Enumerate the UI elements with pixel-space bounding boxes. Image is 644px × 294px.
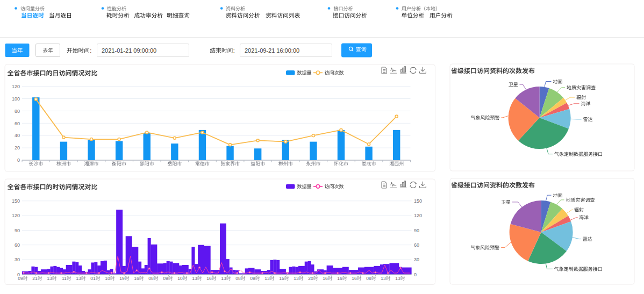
svg-text:120: 120 — [12, 84, 20, 89]
svg-text:13: 13 — [264, 276, 270, 281]
svg-text:13: 13 — [221, 276, 226, 281]
svg-text:60: 60 — [15, 121, 20, 126]
svg-text:08: 08 — [366, 276, 371, 281]
svg-text:0: 0 — [17, 157, 20, 163]
svg-text:90: 90 — [414, 228, 419, 233]
svg-text:30: 30 — [15, 257, 20, 262]
svg-text:100: 100 — [12, 96, 20, 102]
svg-text:120: 120 — [12, 213, 20, 218]
svg-text:80: 80 — [15, 109, 20, 114]
svg-text:2021-09-21 16:00:00: 2021-09-21 16:00:00 — [245, 47, 299, 54]
svg-text:13: 13 — [395, 276, 400, 281]
svg-text:11: 11 — [62, 276, 67, 281]
svg-text:16: 16 — [352, 276, 357, 281]
svg-text:13: 13 — [381, 276, 386, 281]
svg-text:16: 16 — [206, 276, 212, 281]
svg-text:09: 09 — [18, 276, 23, 281]
svg-text:20: 20 — [15, 145, 20, 150]
svg-text:16: 16 — [323, 276, 328, 281]
svg-text:08: 08 — [235, 276, 241, 281]
svg-text:08: 08 — [148, 276, 154, 281]
svg-text:19: 19 — [119, 276, 125, 281]
svg-text:150: 150 — [414, 198, 422, 204]
svg-text:10: 10 — [177, 276, 183, 281]
svg-text:16: 16 — [337, 276, 342, 281]
svg-text:20: 20 — [308, 276, 313, 281]
svg-text::: : — [233, 47, 235, 54]
svg-text:10: 10 — [105, 276, 110, 281]
svg-text:13: 13 — [47, 276, 52, 281]
svg-text:15: 15 — [279, 276, 284, 281]
svg-text:90: 90 — [15, 228, 20, 233]
svg-text:60: 60 — [15, 242, 20, 248]
svg-text:01: 01 — [90, 276, 96, 281]
svg-text:16: 16 — [134, 276, 139, 281]
svg-text:120: 120 — [414, 213, 422, 218]
svg-text:0: 0 — [414, 272, 417, 277]
svg-text:40: 40 — [15, 133, 20, 138]
svg-text:150: 150 — [12, 198, 20, 204]
svg-text:13: 13 — [294, 276, 299, 281]
svg-text:21: 21 — [32, 276, 38, 281]
svg-text:09: 09 — [250, 276, 255, 281]
svg-text:60: 60 — [414, 242, 419, 248]
svg-text:30: 30 — [414, 257, 419, 262]
svg-text:13: 13 — [76, 276, 81, 281]
svg-text:13: 13 — [192, 276, 197, 281]
svg-text:09: 09 — [163, 276, 168, 281]
svg-text:2021-01-21 09:00:00: 2021-01-21 09:00:00 — [102, 47, 156, 54]
svg-text::: : — [90, 47, 91, 54]
